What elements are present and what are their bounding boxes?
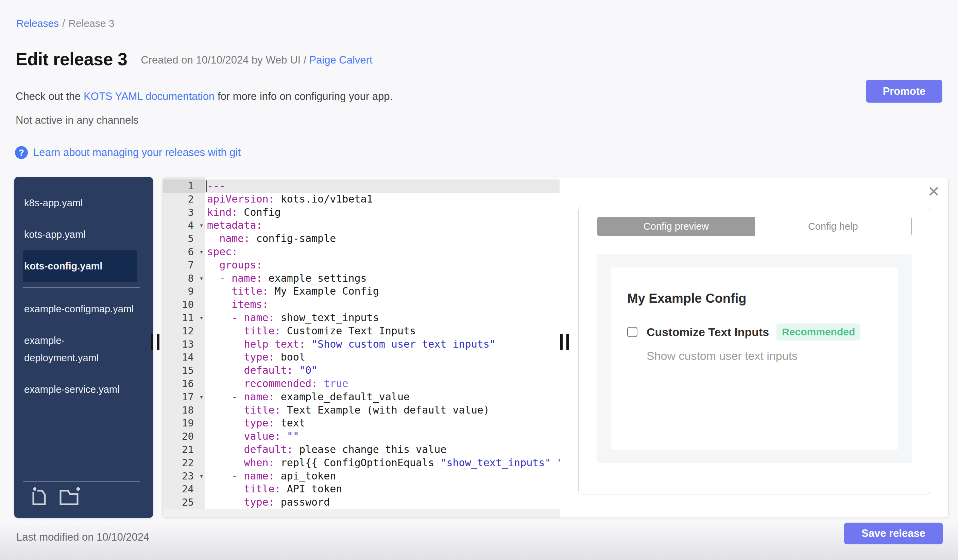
- config-group-title: My Example Config: [627, 291, 882, 306]
- line-number-14: 14: [163, 351, 205, 364]
- editor-resize-handle[interactable]: [560, 334, 569, 350]
- file-sidebar: k8s-app.yamlkots-app.yamlkots-config.yam…: [14, 177, 153, 518]
- sidebar-file-example-service.yaml[interactable]: example-service.yaml: [23, 374, 136, 405]
- code-line-25[interactable]: type: password: [205, 496, 560, 509]
- code-line-18[interactable]: title: Text Example (with default value): [205, 404, 560, 417]
- sidebar-divider: [23, 288, 140, 288]
- editor-horizontal-scrollbar[interactable]: [163, 509, 560, 518]
- code-line-6[interactable]: spec:: [205, 245, 560, 259]
- breadcrumb: Releases/Release 3: [16, 18, 114, 29]
- line-number-21: 21: [163, 443, 205, 456]
- line-number-18: 18: [163, 404, 205, 417]
- code-line-20[interactable]: value: "": [205, 430, 560, 443]
- line-number-15: 15: [163, 364, 205, 377]
- code-line-14[interactable]: type: bool: [205, 351, 560, 364]
- created-text: Created on 10/10/2024 by Web UI /: [141, 54, 306, 66]
- sidebar-file-example-configmap.yaml[interactable]: example-configmap.yaml: [23, 293, 136, 325]
- page-title: Edit release 3: [16, 49, 127, 69]
- line-number-23: 23▾: [163, 470, 205, 483]
- sidebar-file-k8s-app.yaml[interactable]: k8s-app.yaml: [23, 187, 136, 219]
- new-file-icon[interactable]: [29, 486, 50, 507]
- promote-button[interactable]: Promote: [866, 80, 942, 103]
- line-number-10: 10: [163, 298, 205, 311]
- fold-arrow-icon[interactable]: ▾: [199, 219, 204, 232]
- tab-config-preview[interactable]: Config preview: [598, 217, 755, 236]
- sidebar-icons: [29, 486, 82, 507]
- line-number-20: 20: [163, 430, 205, 443]
- editor-code-area[interactable]: ---apiVersion: kots.io/v1beta1kind: Conf…: [205, 177, 560, 509]
- config-preview-card: Config preview Config help My Example Co…: [578, 207, 930, 494]
- line-number-4: 4▾: [163, 219, 205, 232]
- resize-handle-bar: [560, 334, 563, 350]
- line-number-8: 8▾: [163, 272, 205, 285]
- code-line-13[interactable]: help_text: "Show custom user text inputs…: [205, 338, 560, 351]
- last-modified-text: Last modified on 10/10/2024: [16, 531, 149, 543]
- line-number-3: 3: [163, 206, 205, 219]
- code-line-3[interactable]: kind: Config: [205, 206, 560, 219]
- code-line-22[interactable]: when: repl{{ ConfigOptionEquals "show_te…: [205, 456, 560, 470]
- docs-prefix: Check out the: [16, 90, 84, 102]
- resize-handle-bar: [566, 334, 569, 350]
- line-number-12: 12: [163, 324, 205, 338]
- line-number-16: 16: [163, 377, 205, 391]
- line-number-17: 17▾: [163, 391, 205, 404]
- code-line-15[interactable]: default: "0": [205, 364, 560, 377]
- editor-gutter: 1234▾56▾78▾91011▾121314151617▾1819202122…: [163, 177, 205, 509]
- line-number-19: 19: [163, 417, 205, 430]
- help-icon[interactable]: ?: [15, 146, 28, 159]
- sidebar-file-kots-config.yaml[interactable]: kots-config.yaml: [23, 250, 136, 282]
- line-number-1: 1: [163, 179, 205, 193]
- code-line-21[interactable]: default: please change this value: [205, 443, 560, 456]
- code-line-17[interactable]: - name: example_default_value: [205, 391, 560, 404]
- code-line-7[interactable]: groups:: [205, 259, 560, 272]
- config-preview-area: My Example Config Customize Text Inputs …: [597, 254, 912, 463]
- kots-yaml-docs-link[interactable]: KOTS YAML documentation: [84, 90, 214, 102]
- fold-arrow-icon[interactable]: ▾: [199, 245, 204, 259]
- created-by-link[interactable]: Paige Calvert: [309, 54, 372, 66]
- recommended-badge: Recommended: [776, 323, 860, 340]
- customize-text-inputs-checkbox[interactable]: [627, 327, 638, 337]
- title-row: Edit release 3 Created on 10/10/2024 by …: [16, 49, 373, 69]
- code-line-5[interactable]: name: config-sample: [205, 232, 560, 245]
- line-number-2: 2: [163, 193, 205, 206]
- new-folder-icon[interactable]: [59, 486, 82, 507]
- code-line-9[interactable]: title: My Example Config: [205, 285, 560, 298]
- breadcrumb-releases-link[interactable]: Releases: [16, 18, 59, 29]
- fold-arrow-icon[interactable]: ▾: [199, 311, 204, 324]
- sidebar-bottom-divider: [23, 481, 140, 482]
- fold-arrow-icon[interactable]: ▾: [199, 470, 204, 483]
- git-releases-link[interactable]: Learn about managing your releases with …: [33, 146, 241, 159]
- fold-arrow-icon[interactable]: ▾: [199, 391, 204, 404]
- save-release-button[interactable]: Save release: [844, 523, 943, 544]
- line-number-24: 24: [163, 482, 205, 496]
- config-item-label: Customize Text Inputs: [647, 326, 769, 339]
- line-number-11: 11▾: [163, 311, 205, 324]
- breadcrumb-current: Release 3: [68, 18, 114, 29]
- code-line-1[interactable]: ---: [205, 179, 560, 193]
- code-line-12[interactable]: title: Customize Text Inputs: [205, 324, 560, 338]
- code-line-8[interactable]: - name: example_settings: [205, 272, 560, 285]
- code-line-11[interactable]: - name: show_text_inputs: [205, 311, 560, 324]
- code-line-2[interactable]: apiVersion: kots.io/v1beta1: [205, 193, 560, 206]
- config-preview-content: My Example Config Customize Text Inputs …: [611, 267, 898, 449]
- close-icon[interactable]: ✕: [928, 184, 940, 199]
- code-line-4[interactable]: metadata:: [205, 219, 560, 232]
- config-item-help-text: Show custom user text inputs: [647, 349, 882, 362]
- created-line: Created on 10/10/2024 by Web UI /Paige C…: [141, 54, 372, 69]
- code-line-16[interactable]: recommended: true: [205, 377, 560, 391]
- tab-config-help[interactable]: Config help: [755, 217, 912, 236]
- sidebar-file-example-deployment.yaml[interactable]: example-deployment.yaml: [23, 325, 136, 374]
- line-number-22: 22: [163, 456, 205, 470]
- fold-arrow-icon[interactable]: ▾: [199, 272, 204, 285]
- sidebar-resize-handle[interactable]: [151, 334, 159, 350]
- docs-suffix: for more info on configuring your app.: [214, 90, 393, 102]
- yaml-editor[interactable]: 1234▾56▾78▾91011▾121314151617▾1819202122…: [163, 177, 560, 518]
- code-line-23[interactable]: - name: api_token: [205, 470, 560, 483]
- code-line-24[interactable]: title: API token: [205, 482, 560, 496]
- code-line-10[interactable]: items:: [205, 298, 560, 311]
- line-number-25: 25: [163, 496, 205, 509]
- sidebar-file-kots-app.yaml[interactable]: kots-app.yaml: [23, 219, 136, 250]
- code-line-19[interactable]: type: text: [205, 417, 560, 430]
- docs-line: Check out the KOTS YAML documentation fo…: [16, 90, 393, 103]
- line-number-7: 7: [163, 259, 205, 272]
